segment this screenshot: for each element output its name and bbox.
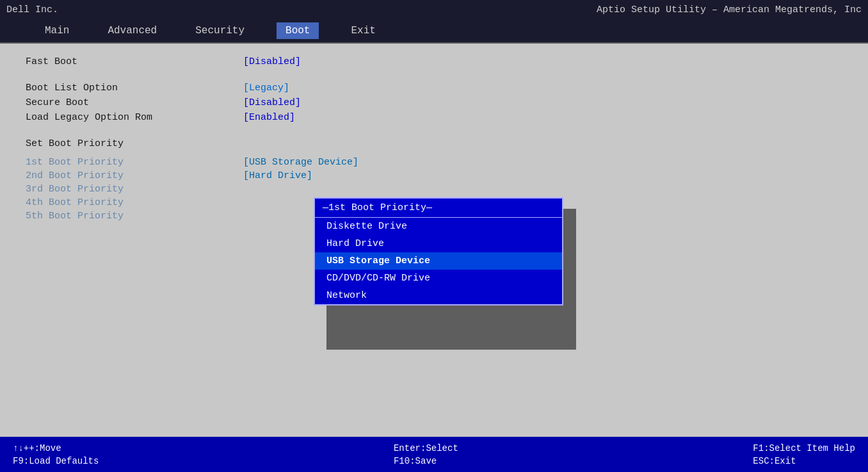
nav-main[interactable]: Main (38, 22, 76, 39)
secure-boot-row: Secure Boot [Disabled] (26, 97, 842, 108)
dropdown-item-cddvd[interactable]: CD/DVD/CD-RW Drive (315, 270, 562, 287)
priority-1-row: 1st Boot Priority [USB Storage Device] (26, 157, 842, 168)
fast-boot-value[interactable]: [Disabled] (243, 56, 301, 67)
dropdown-item-harddrive[interactable]: Hard Drive (315, 235, 562, 252)
dropdown-item-diskette[interactable]: Diskette Drive (315, 218, 562, 235)
fast-boot-row: Fast Boot [Disabled] (26, 56, 842, 67)
set-boot-row: Set Boot Priority (26, 138, 842, 153)
nav-advanced[interactable]: Advanced (101, 22, 163, 39)
dropdown-title: 1st Boot Priority (315, 199, 562, 218)
load-legacy-label: Load Legacy Option Rom (26, 112, 243, 123)
priority-1-label: 1st Boot Priority (26, 157, 243, 168)
status-col-1: ↑↓++:Move F9:Load Defaults (13, 443, 99, 466)
fast-boot-label: Fast Boot (26, 56, 243, 67)
boot-list-row: Boot List Option [Legacy] (26, 83, 842, 94)
bios-header: Dell Inc. Aptio Setup Utility – American… (0, 0, 868, 19)
priority-1-value[interactable]: [USB Storage Device] (243, 157, 358, 168)
dropdown-item-usb[interactable]: USB Storage Device (315, 252, 562, 270)
priority-2-value[interactable]: [Hard Drive] (243, 170, 312, 181)
secure-boot-value[interactable]: [Disabled] (243, 97, 301, 108)
priority-4-label: 4th Boot Priority (26, 197, 243, 208)
load-legacy-row: Load Legacy Option Rom [Enabled] (26, 112, 842, 123)
boot-list-value[interactable]: [Legacy] (243, 83, 289, 94)
load-legacy-value[interactable]: [Enabled] (243, 112, 295, 123)
priority-2-label: 2nd Boot Priority (26, 170, 243, 181)
priority-2-row: 2nd Boot Priority [Hard Drive] (26, 170, 842, 181)
dropdown-item-network[interactable]: Network (315, 287, 562, 304)
nav-exit[interactable]: Exit (344, 22, 382, 39)
vendor-name: Dell Inc. (6, 4, 58, 15)
priority-3-label: 3rd Boot Priority (26, 184, 243, 195)
priority-5-label: 5th Boot Priority (26, 211, 243, 222)
nav-bar: Main Advanced Security Boot Exit (0, 19, 868, 44)
status-load-defaults: F9:Load Defaults (13, 456, 99, 466)
utility-title: Aptio Setup Utility – American Megatrend… (597, 4, 862, 15)
boot-priority-dropdown[interactable]: 1st Boot Priority Diskette Drive Hard Dr… (314, 197, 563, 305)
nav-security[interactable]: Security (189, 22, 251, 39)
priority-3-row: 3rd Boot Priority (26, 184, 842, 195)
status-enter-select: Enter:Select (394, 443, 458, 453)
secure-boot-label: Secure Boot (26, 97, 243, 108)
main-content: Fast Boot [Disabled] Boot List Option [L… (0, 44, 868, 437)
nav-boot[interactable]: Boot (277, 22, 319, 39)
status-col-3: F1:Select Item Help ESC:Exit (753, 443, 855, 466)
status-f10-save: F10:Save (394, 456, 458, 466)
status-move: ↑↓++:Move (13, 443, 99, 453)
status-f1-help: F1:Select Item Help (753, 443, 855, 453)
boot-list-label: Boot List Option (26, 83, 243, 94)
status-esc-exit: ESC:Exit (753, 456, 855, 466)
status-col-2: Enter:Select F10:Save (394, 443, 458, 466)
set-boot-label: Set Boot Priority (26, 138, 243, 149)
status-bar: ↑↓++:Move F9:Load Defaults Enter:Select … (0, 437, 868, 472)
